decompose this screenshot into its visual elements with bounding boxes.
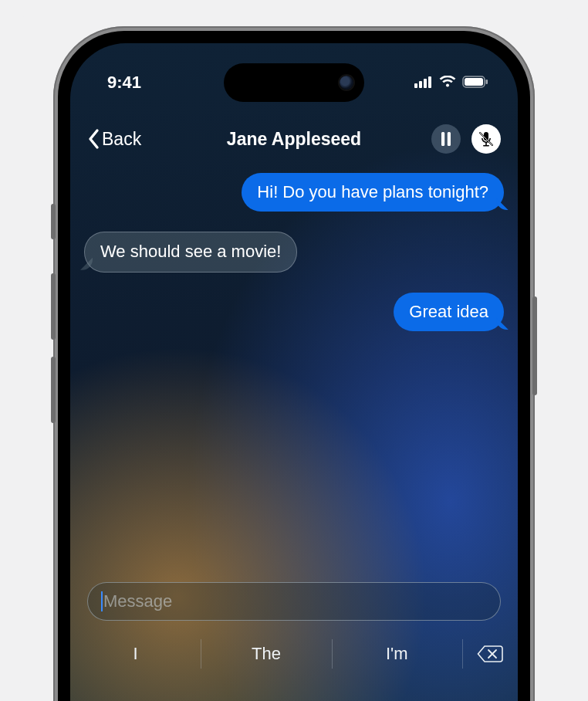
back-label: Back bbox=[102, 129, 141, 150]
svg-rect-5 bbox=[465, 78, 483, 86]
status-bar: 9:41 bbox=[70, 63, 518, 102]
message-received: We should see a movie! bbox=[84, 232, 504, 272]
svg-rect-1 bbox=[419, 81, 422, 88]
screen: 9:41 bbox=[70, 43, 518, 701]
message-bubble[interactable]: Great idea bbox=[394, 293, 504, 331]
status-time: 9:41 bbox=[107, 73, 141, 93]
suggestion-1[interactable]: I bbox=[70, 632, 201, 676]
svg-rect-0 bbox=[414, 83, 417, 88]
volume-down-button bbox=[51, 357, 56, 423]
svg-rect-11 bbox=[483, 145, 489, 147]
messages-list: Hi! Do you have plans tonight? We should… bbox=[70, 173, 518, 331]
svg-rect-10 bbox=[485, 143, 487, 146]
svg-rect-8 bbox=[448, 132, 451, 146]
delete-key[interactable] bbox=[462, 632, 518, 676]
battery-icon bbox=[462, 73, 488, 93]
pause-icon bbox=[441, 132, 451, 146]
backspace-icon bbox=[477, 645, 503, 663]
svg-rect-2 bbox=[424, 79, 427, 88]
volume-up-button bbox=[51, 273, 56, 340]
message-sent: Hi! Do you have plans tonight? bbox=[84, 173, 504, 212]
nav-bar: Back Jane Appleseed bbox=[70, 117, 518, 161]
suggestion-3[interactable]: I'm bbox=[332, 632, 462, 676]
cellular-icon bbox=[414, 73, 433, 93]
message-sent: Great idea bbox=[84, 293, 504, 331]
message-input[interactable] bbox=[87, 582, 501, 621]
mute-button[interactable] bbox=[471, 124, 501, 154]
message-bubble[interactable]: Hi! Do you have plans tonight? bbox=[242, 173, 504, 212]
chevron-left-icon bbox=[87, 128, 101, 150]
svg-rect-7 bbox=[441, 132, 444, 146]
wifi-icon bbox=[439, 73, 456, 93]
keyboard-suggestions: I The I'm bbox=[70, 632, 518, 676]
suggestion-2[interactable]: The bbox=[201, 632, 331, 676]
svg-rect-3 bbox=[428, 76, 431, 88]
back-button[interactable]: Back bbox=[87, 128, 141, 150]
pause-button[interactable] bbox=[431, 124, 461, 154]
side-button bbox=[532, 296, 537, 395]
svg-rect-6 bbox=[486, 80, 488, 84]
phone-frame: 9:41 bbox=[53, 26, 535, 701]
silent-switch bbox=[51, 204, 56, 239]
composer bbox=[70, 582, 518, 621]
microphone-slash-icon bbox=[478, 130, 495, 147]
text-caret bbox=[101, 591, 103, 611]
message-bubble[interactable]: We should see a movie! bbox=[84, 232, 297, 272]
